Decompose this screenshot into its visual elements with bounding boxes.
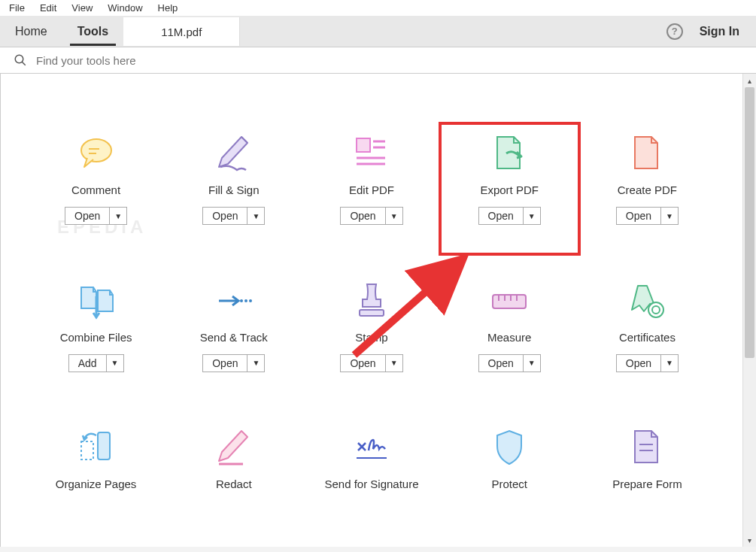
open-button[interactable]: Open <box>616 207 661 225</box>
tool-organize-pages[interactable]: Organize Pages <box>31 428 161 517</box>
scroll-thumb[interactable] <box>745 87 754 358</box>
menu-view[interactable]: View <box>65 2 99 14</box>
open-button[interactable]: Open <box>202 354 247 372</box>
tool-label: Fill & Sign <box>208 183 260 196</box>
tool-label: Measure <box>487 331 531 344</box>
dropdown-button[interactable]: ▼ <box>247 354 265 372</box>
tool-label: Redact <box>216 478 252 490</box>
pen-icon <box>214 134 254 173</box>
dropdown-button[interactable]: ▼ <box>107 354 124 372</box>
tool-redact[interactable]: Redact <box>169 428 299 517</box>
tool-label: Comment <box>71 183 120 196</box>
dropdown-button[interactable]: ▼ <box>247 207 265 225</box>
create-icon <box>627 134 666 173</box>
tool-button: Open ▼ <box>340 354 402 372</box>
tool-label: Certificates <box>619 331 676 344</box>
tab-tools[interactable]: Tools <box>62 17 123 46</box>
tool-label: Protect <box>491 478 527 490</box>
scrollbar[interactable]: ▴ ▾ <box>742 74 756 547</box>
search-bar <box>0 47 756 74</box>
tool-label: Send for Signature <box>324 478 418 490</box>
tool-button: Open ▼ <box>478 354 541 372</box>
combine-icon <box>77 281 116 320</box>
sign-in-link[interactable]: Sign In <box>700 25 739 38</box>
tab-bar: Home Tools 11M.pdf ? Sign In <box>0 16 756 47</box>
open-button[interactable]: Open <box>202 207 247 225</box>
tool-comment[interactable]: Comment Open ▼ <box>31 134 161 251</box>
dropdown-button[interactable]: ▼ <box>110 207 127 225</box>
tool-label: Stamp <box>355 331 387 344</box>
menu-window[interactable]: Window <box>102 2 148 14</box>
tool-grid: Comment Open ▼ Fill & Sign Open ▼ Edit P… <box>1 74 742 547</box>
svg-rect-17 <box>493 295 526 308</box>
redact-icon <box>214 428 254 467</box>
add-button[interactable]: Add <box>68 354 107 372</box>
tool-label: Prepare Form <box>612 478 682 490</box>
form-icon <box>627 428 666 467</box>
tool-combine-files[interactable]: Combine Files Add ▼ <box>31 281 161 399</box>
tool-stamp[interactable]: Stamp Open ▼ <box>306 281 436 399</box>
svg-rect-24 <box>81 441 93 459</box>
svg-line-1 <box>22 62 26 65</box>
signature-icon <box>352 428 391 467</box>
dropdown-button[interactable]: ▼ <box>386 354 403 372</box>
help-icon[interactable]: ? <box>666 23 683 40</box>
tool-button: Open ▼ <box>616 354 679 372</box>
main-area: EPEDIA Comment Open ▼ Fill & Sign Open ▼ <box>0 74 756 547</box>
svg-rect-25 <box>98 432 110 459</box>
dropdown-button[interactable]: ▼ <box>524 354 541 372</box>
svg-point-22 <box>648 302 663 317</box>
open-button[interactable]: Open <box>478 354 524 372</box>
open-button[interactable]: Open <box>616 354 661 372</box>
edit-icon <box>352 134 391 173</box>
tab-document[interactable]: 11M.pdf <box>123 17 240 46</box>
tool-button: Open ▼ <box>202 354 265 372</box>
tool-certificates[interactable]: Certificates Open ▼ <box>582 281 712 399</box>
tool-edit-pdf[interactable]: Edit PDF Open ▼ <box>306 134 436 251</box>
tool-export-pdf[interactable]: Export PDF Open ▼ <box>445 134 575 251</box>
search-icon <box>14 53 27 67</box>
open-button[interactable]: Open <box>340 207 385 225</box>
tool-label: Combine Files <box>60 331 132 344</box>
shield-icon <box>490 428 529 467</box>
tool-create-pdf[interactable]: Create PDF Open ▼ <box>582 134 712 251</box>
scroll-up-button[interactable]: ▴ <box>743 74 756 87</box>
svg-rect-6 <box>357 138 370 152</box>
tool-label: Organize Pages <box>56 478 137 490</box>
menu-help[interactable]: Help <box>152 2 184 14</box>
tool-send-signature[interactable]: Send for Signature <box>306 428 436 517</box>
tool-label: Edit PDF <box>349 183 394 196</box>
dropdown-button[interactable]: ▼ <box>661 354 679 372</box>
tool-button: Open ▼ <box>616 207 679 225</box>
tool-prepare-form[interactable]: Prepare Form <box>582 428 712 517</box>
comment-icon <box>77 134 116 173</box>
send-icon <box>214 281 254 320</box>
svg-point-15 <box>249 299 252 302</box>
open-button[interactable]: Open <box>340 354 385 372</box>
tool-button: Open ▼ <box>202 207 265 225</box>
menu-edit[interactable]: Edit <box>34 2 62 14</box>
tool-button: Open ▼ <box>65 207 127 225</box>
tool-measure[interactable]: Measure Open ▼ <box>445 281 575 399</box>
menu-file[interactable]: File <box>3 2 31 14</box>
tool-protect[interactable]: Protect <box>445 428 575 517</box>
svg-point-2 <box>81 139 111 162</box>
organize-icon <box>77 428 116 467</box>
svg-point-0 <box>15 55 23 63</box>
search-input[interactable] <box>36 54 742 67</box>
scroll-down-button[interactable]: ▾ <box>743 533 756 547</box>
tool-label: Create PDF <box>618 183 677 196</box>
ruler-icon <box>490 281 529 320</box>
tool-fill-sign[interactable]: Fill & Sign Open ▼ <box>169 134 299 251</box>
stamp-icon <box>352 281 391 320</box>
certificate-icon <box>627 281 666 320</box>
tool-button: Add ▼ <box>68 354 124 372</box>
dropdown-button[interactable]: ▼ <box>386 207 403 225</box>
tool-label: Send & Track <box>200 331 268 344</box>
tab-home[interactable]: Home <box>0 17 62 46</box>
open-button[interactable]: Open <box>65 207 110 225</box>
tool-send-track[interactable]: Send & Track Open ▼ <box>169 281 299 399</box>
svg-point-14 <box>244 299 247 302</box>
tool-button: Open ▼ <box>340 207 402 225</box>
dropdown-button[interactable]: ▼ <box>661 207 679 225</box>
